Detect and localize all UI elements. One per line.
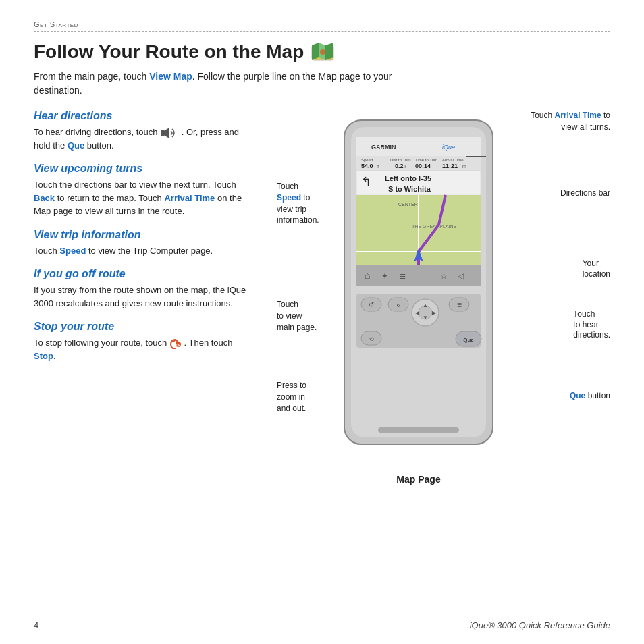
hear-directions-heading: Hear directions	[34, 110, 277, 122]
svg-text:ft: ft	[377, 164, 379, 169]
annotation-directions-bar: Directions bar	[560, 188, 610, 199]
svg-text:✦: ✦	[381, 271, 388, 281]
svg-text:◁: ◁	[458, 271, 464, 281]
svg-text:T: T	[404, 164, 407, 169]
svg-rect-5	[161, 130, 165, 136]
intro-text: From the main page, touch View Map. Foll…	[34, 70, 425, 98]
svg-text:GARMIN: GARMIN	[371, 144, 396, 151]
que-line	[466, 402, 486, 402]
svg-text:⌂: ⌂	[365, 270, 370, 281]
svg-text:m: m	[462, 164, 466, 169]
zoom-line	[332, 394, 344, 394]
svg-text:☆: ☆	[440, 271, 448, 281]
stop-route-body: To stop following your route, touch ⟳ . …	[34, 336, 250, 363]
svg-point-4	[320, 49, 325, 55]
page-number: 4	[34, 620, 38, 630]
svg-text:☰: ☰	[400, 273, 406, 280]
svg-text:◀: ◀	[415, 310, 420, 316]
speed-line	[332, 198, 344, 198]
annotation-arrival-time: Touch Arrival Time to view all turns.	[516, 110, 610, 133]
dir-bar-line	[466, 198, 486, 198]
return-icon: ⟳	[169, 338, 182, 349]
svg-text:00:14: 00:14	[415, 163, 431, 169]
content-area: Hear directions To hear driving directio…	[34, 110, 610, 461]
off-route-heading: If you go off route	[34, 268, 277, 280]
svg-text:Arrival Time: Arrival Time	[442, 158, 464, 162]
footer-title: iQue® 3000 Quick Reference Guide	[470, 620, 610, 630]
svg-text:Time to Turn: Time to Turn	[415, 158, 437, 162]
right-column: Touch Arrival Time to view all turns. Di…	[277, 110, 610, 461]
svg-text:CENTER: CENTER	[398, 202, 418, 207]
off-route-body: If you stray from the route shown on the…	[34, 284, 250, 310]
location-line	[466, 269, 486, 269]
left-column: Hear directions To hear driving directio…	[34, 110, 277, 461]
footer: 4 iQue® 3000 Quick Reference Guide	[34, 620, 610, 630]
device-svg: GARMIN iQue Speed 54.0 ft Dist to Turn 0…	[338, 117, 500, 468]
svg-text:☰: ☰	[457, 302, 462, 308]
hear-line	[466, 321, 486, 321]
annotation-press-zoom: Press tozoom inand out.	[277, 380, 306, 414]
svg-text:↰: ↰	[361, 175, 371, 188]
svg-text:↺: ↺	[369, 301, 374, 308]
main-title: Follow Your Route on the Map	[34, 40, 610, 64]
view-turns-heading: View upcoming turns	[34, 163, 277, 175]
svg-marker-6	[165, 128, 169, 138]
svg-text:Speed: Speed	[361, 158, 373, 162]
svg-text:Que: Que	[463, 337, 474, 343]
map-page-label: Map Page	[338, 474, 500, 485]
svg-text:54.0: 54.0	[361, 163, 373, 169]
annotation-que-button: Que button	[570, 390, 610, 402]
svg-text:iQue: iQue	[442, 144, 455, 151]
view-turns-body: Touch the directions bar to view the nex…	[34, 178, 250, 218]
svg-text:▶: ▶	[432, 310, 437, 316]
svg-text:▲: ▲	[423, 302, 428, 308]
annotation-your-location: Yourlocation	[583, 259, 610, 279]
device-image: GARMIN iQue Speed 54.0 ft Dist to Turn 0…	[338, 117, 500, 485]
svg-marker-3	[325, 43, 333, 60]
view-trip-body: Touch Speed to view the Trip Computer pa…	[34, 244, 250, 258]
page: Get Started Follow Your Route on the Map…	[0, 0, 644, 644]
svg-text:⟳: ⟳	[176, 343, 180, 348]
svg-text:11:21: 11:21	[442, 163, 458, 169]
speaker-icon	[160, 127, 179, 139]
svg-text:▼: ▼	[423, 315, 428, 321]
svg-text:6: 6	[397, 302, 400, 308]
svg-text:Left onto I-35: Left onto I-35	[385, 174, 431, 182]
main-line	[332, 313, 344, 313]
svg-text:Dist to Turn: Dist to Turn	[390, 158, 411, 162]
annotation-touch-main: Touchto viewmain page.	[277, 299, 317, 333]
svg-text:S to Wichita: S to Wichita	[388, 185, 431, 193]
arrival-line	[466, 156, 486, 157]
annotation-touch-hear: Touchto heardirections.	[573, 309, 610, 341]
map-icon	[311, 40, 335, 64]
svg-text:0.2: 0.2	[395, 163, 404, 169]
svg-text:⟲: ⟲	[369, 336, 374, 342]
hear-directions-body: To hear driving directions, touch . Or, …	[34, 126, 250, 152]
svg-marker-1	[312, 43, 319, 60]
svg-rect-60	[378, 427, 459, 433]
stop-route-heading: Stop your route	[34, 321, 277, 333]
section-label: Get Started	[34, 20, 610, 32]
annotation-touch-speed: TouchSpeed toview tripinformation.	[277, 181, 319, 226]
view-trip-heading: View trip information	[34, 229, 277, 241]
